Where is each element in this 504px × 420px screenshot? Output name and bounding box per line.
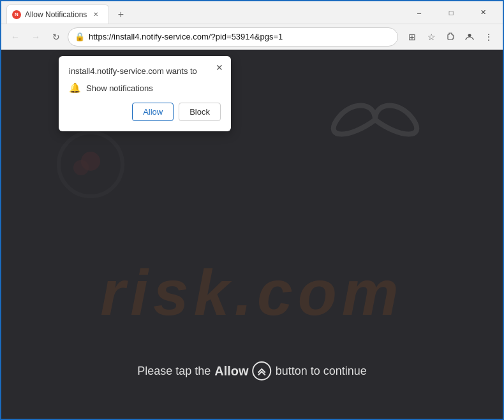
popup-close-button[interactable]: ✕ (213, 61, 226, 74)
address-bar[interactable]: 🔒 (68, 27, 398, 47)
window-controls: – □ ✕ (404, 4, 498, 22)
svg-point-1 (59, 133, 122, 196)
instruction-text: Please tap the Allow button to continue (137, 361, 367, 380)
chevron-circle-icon (253, 361, 272, 380)
popup-buttons: Allow Block (69, 103, 221, 121)
toolbar-icons: ⊞ ☆ ⋮ (403, 28, 498, 46)
popup-notification-label: Show notifications (86, 83, 153, 93)
active-tab[interactable]: N Allow Notifications ✕ (6, 4, 109, 24)
svg-point-0 (468, 34, 471, 37)
title-bar: N Allow Notifications ✕ + – □ ✕ (1, 1, 503, 24)
page-content: risk.com ✕ install4.notify-service.com w… (1, 50, 503, 419)
new-tab-button[interactable]: + (112, 6, 130, 24)
svg-point-3 (73, 160, 89, 175)
tab-close-button[interactable]: ✕ (91, 10, 101, 20)
navigation-bar: ← → ↻ 🔒 ⊞ ☆ ⋮ (1, 24, 503, 50)
watermark-text-risk: risk.com (100, 256, 403, 329)
close-window-button[interactable]: ✕ (468, 4, 498, 22)
notification-popup: ✕ install4.notify-service.com wants to 🔔… (59, 56, 231, 131)
browser-window: N Allow Notifications ✕ + – □ ✕ ← → ↻ 🔒 … (0, 0, 504, 420)
bookmark-button[interactable]: ☆ (422, 28, 440, 46)
minimize-button[interactable]: – (404, 4, 434, 22)
bell-icon: 🔔 (69, 82, 81, 94)
instruction-allow-text: Allow (214, 364, 248, 379)
maximize-button[interactable]: □ (436, 4, 466, 22)
url-input[interactable] (89, 32, 391, 41)
tab-favicon: N (12, 10, 21, 19)
profile-button[interactable] (461, 28, 478, 46)
menu-button[interactable]: ⋮ (480, 28, 498, 46)
lock-icon: 🔒 (75, 32, 85, 41)
watermark-logo (52, 126, 129, 205)
forward-button[interactable]: → (27, 28, 45, 46)
allow-button[interactable]: Allow (132, 103, 174, 121)
instruction-pre-text: Please tap the (137, 365, 211, 378)
infinity-symbol (311, 82, 439, 161)
svg-point-2 (81, 152, 100, 171)
popup-notification-row: 🔔 Show notifications (69, 82, 221, 94)
popup-domain-text: install4.notify-service.com wants to (69, 66, 221, 76)
tab-area: N Allow Notifications ✕ + (6, 1, 402, 24)
extensions-button[interactable] (441, 28, 459, 46)
back-button[interactable]: ← (6, 28, 24, 46)
tab-title: Allow Notifications (25, 10, 87, 19)
refresh-button[interactable]: ↻ (47, 28, 65, 46)
block-button[interactable]: Block (179, 103, 221, 121)
instruction-post-text: button to continue (276, 365, 367, 378)
apps-button[interactable]: ⊞ (403, 28, 421, 46)
